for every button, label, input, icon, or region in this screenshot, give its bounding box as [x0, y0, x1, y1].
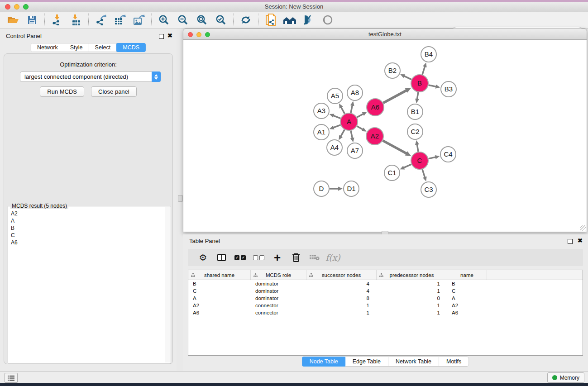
cell-successor-nodes[interactable]: 4: [306, 288, 377, 294]
zoom-selected-icon[interactable]: [211, 13, 230, 27]
graph-node-A8[interactable]: A8: [347, 85, 363, 100]
delete-column-trash-icon[interactable]: [287, 251, 305, 264]
open-session-icon[interactable]: [4, 13, 23, 27]
cell-name[interactable]: B: [447, 281, 487, 286]
cell-predecessor-nodes[interactable]: 0: [377, 295, 447, 301]
float-panel-icon[interactable]: [159, 34, 164, 39]
zoom-in-icon[interactable]: [154, 13, 173, 27]
cell-name[interactable]: A: [447, 295, 487, 301]
cell-MCDS-role[interactable]: connector: [251, 310, 306, 315]
cell-successor-nodes[interactable]: 1: [306, 310, 377, 315]
graph-node-A1[interactable]: A1: [314, 124, 329, 140]
cell-MCDS-role[interactable]: connector: [251, 303, 306, 308]
cell-predecessor-nodes[interactable]: 1: [377, 288, 447, 294]
split-view-icon[interactable]: [212, 251, 231, 264]
zoom-fit-icon[interactable]: [192, 13, 211, 27]
graph-edge-A-A2[interactable]: [357, 126, 363, 130]
graph-node-C4[interactable]: C4: [440, 147, 456, 162]
graph-node-C1[interactable]: C1: [384, 165, 400, 181]
cell-successor-nodes[interactable]: 8: [306, 295, 377, 301]
network-window-titlebar[interactable]: testGlobe.txt: [183, 29, 587, 40]
tab-network-table[interactable]: Network Table: [388, 357, 439, 366]
cell-shared-name[interactable]: B: [188, 281, 251, 286]
graph-edge-A-A8[interactable]: [351, 105, 353, 113]
run-mcds-button[interactable]: Run MCDS: [40, 86, 84, 97]
cell-name[interactable]: C: [447, 288, 487, 294]
graph-edge-C-C4[interactable]: [429, 157, 436, 159]
cell-predecessor-nodes[interactable]: 1: [377, 303, 447, 308]
cell-shared-name[interactable]: C: [188, 288, 251, 294]
graph-node-B[interactable]: B: [411, 75, 428, 92]
result-item[interactable]: B: [11, 224, 165, 232]
graph-edge-A-A1[interactable]: [333, 125, 340, 128]
result-item[interactable]: A6: [11, 239, 165, 246]
tab-select[interactable]: Select: [89, 43, 117, 52]
graph-edge-C-C1[interactable]: [403, 164, 411, 168]
cell-MCDS-role[interactable]: dominator: [251, 281, 306, 286]
select-stepper-icon[interactable]: [152, 71, 161, 82]
import-network-icon[interactable]: [48, 13, 67, 27]
graph-node-A3[interactable]: A3: [314, 103, 329, 119]
graph-node-A4[interactable]: A4: [327, 140, 342, 155]
close-panel-icon[interactable]: ✖: [167, 33, 172, 38]
cell-predecessor-nodes[interactable]: 1: [377, 281, 447, 286]
export-table-icon[interactable]: [110, 13, 129, 27]
zoom-out-icon[interactable]: [173, 13, 192, 27]
graph-node-C[interactable]: C: [411, 152, 428, 169]
column-header-predecessor-nodes[interactable]: predecessor nodes: [377, 270, 447, 280]
export-image-icon[interactable]: [129, 13, 148, 27]
graph-edge-C-C2[interactable]: [417, 144, 418, 152]
graph-edge-A-A7[interactable]: [351, 131, 353, 139]
tab-network[interactable]: Network: [31, 43, 64, 52]
graph-node-A7[interactable]: A7: [347, 143, 363, 158]
select-all-icon[interactable]: ✓✓: [231, 251, 249, 264]
float-table-panel-icon[interactable]: [568, 239, 573, 244]
save-session-icon[interactable]: [23, 13, 42, 27]
graph-node-D1[interactable]: D1: [344, 181, 359, 196]
graph-edge-A-A6[interactable]: [357, 114, 364, 117]
tab-mcds[interactable]: MCDS: [116, 43, 146, 52]
cell-MCDS-role[interactable]: dominator: [251, 288, 306, 294]
delete-table-icon[interactable]: [305, 251, 324, 264]
cell-shared-name[interactable]: A6: [188, 310, 251, 315]
table-row[interactable]: Adominator80A: [188, 295, 583, 302]
graph-edge-B-B3[interactable]: [429, 85, 437, 87]
memory-button[interactable]: Memory: [547, 372, 584, 383]
tab-style[interactable]: Style: [64, 43, 89, 52]
graph-edge-A2-C[interactable]: [383, 141, 407, 154]
cell-successor-nodes[interactable]: 1: [306, 303, 377, 308]
criterion-select[interactable]: largest connected component (directed): [20, 71, 161, 82]
table-options-gear-icon[interactable]: ⚙: [194, 251, 212, 264]
column-header-successor-nodes[interactable]: successor nodes: [306, 270, 377, 280]
cell-shared-name[interactable]: A: [188, 295, 251, 301]
table-row[interactable]: A2connector11A2: [188, 302, 583, 309]
cell-MCDS-role[interactable]: dominator: [251, 295, 306, 301]
window-resize-grip[interactable]: [580, 225, 586, 231]
table-row[interactable]: Bdominator41B: [188, 280, 583, 287]
graph-node-B2[interactable]: B2: [385, 63, 400, 78]
result-item[interactable]: C: [11, 232, 165, 239]
graph-edge-A-A4[interactable]: [340, 129, 344, 137]
column-header-shared-name[interactable]: shared name: [188, 270, 251, 280]
result-item[interactable]: A: [11, 217, 165, 224]
graph-node-C2[interactable]: C2: [407, 124, 423, 139]
hide-graphics-details-icon[interactable]: [299, 13, 318, 27]
import-table-icon[interactable]: [67, 13, 86, 27]
function-builder-icon[interactable]: f(x): [324, 251, 342, 264]
table-row[interactable]: Cdominator41C: [188, 287, 583, 295]
graph-edge-A-A5[interactable]: [341, 107, 345, 114]
clone-network-icon[interactable]: [261, 13, 280, 27]
graph-node-B4[interactable]: B4: [421, 47, 436, 62]
cell-shared-name[interactable]: A2: [188, 303, 251, 308]
cell-successor-nodes[interactable]: 4: [306, 281, 377, 286]
network-canvas[interactable]: B4B2BB3A5A8A6A3B1AA1C2A2A4A7C4CC1C3DD1: [183, 40, 587, 232]
graph-edge-C-C3[interactable]: [422, 169, 425, 178]
graph-node-A[interactable]: A: [340, 113, 358, 130]
graph-edge-B-B2[interactable]: [403, 76, 411, 79]
table-row[interactable]: A6connector11A6: [188, 309, 583, 316]
graph-node-C3[interactable]: C3: [421, 182, 436, 197]
cell-predecessor-nodes[interactable]: 1: [377, 310, 447, 315]
graph-edge-B-B4[interactable]: [422, 66, 425, 75]
birds-eye-view-icon[interactable]: [280, 13, 299, 27]
tab-node-table[interactable]: Node Table: [302, 357, 346, 367]
